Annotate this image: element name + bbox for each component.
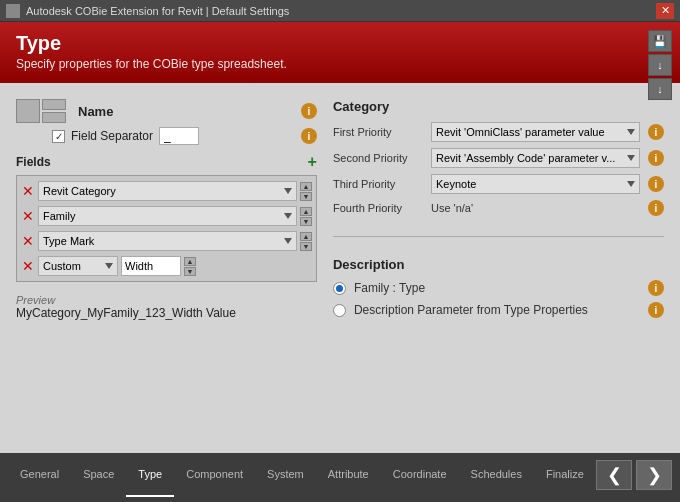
name-section: Name i ✓ Field Separator i: [16, 99, 317, 145]
field-down-button[interactable]: ▼: [300, 217, 312, 226]
name-icon-mid: [42, 99, 66, 110]
field-row: ✕ Family ▲ ▼: [21, 205, 312, 227]
preview-value: MyCategory_MyFamily_123_Width Value: [16, 306, 317, 320]
tab-bar: General Space Type Component System Attr…: [0, 453, 680, 497]
tab-general[interactable]: General: [8, 453, 71, 497]
field-up-button[interactable]: ▲: [300, 232, 312, 241]
field-separator-row: ✓ Field Separator i: [16, 127, 317, 145]
category-title: Category: [333, 99, 664, 114]
tab-type[interactable]: Type: [126, 453, 174, 497]
category-section: Category First Priority Revit 'OmniClass…: [333, 99, 664, 216]
tab-navigation: ❮ ❯: [596, 460, 672, 490]
desc-radio-2[interactable]: [333, 304, 346, 317]
header-icons: 💾 ↓ ↓: [648, 30, 672, 100]
title-bar: Autodesk COBie Extension for Revit | Def…: [0, 0, 680, 22]
add-field-button[interactable]: +: [308, 153, 317, 171]
fields-section: Fields + ✕ Revit Category ▲ ▼ ✕: [16, 153, 317, 282]
content-area: Name i ✓ Field Separator i Fields + ✕: [0, 83, 680, 453]
tab-coordinate[interactable]: Coordinate: [381, 453, 459, 497]
field-separator-input[interactable]: [159, 127, 199, 145]
tab-attribute[interactable]: Attribute: [316, 453, 381, 497]
custom-field-input[interactable]: [121, 256, 181, 276]
desc-radio-1[interactable]: [333, 282, 346, 295]
save-button[interactable]: 💾: [648, 30, 672, 52]
field-arrows-3: ▲ ▼: [300, 232, 312, 251]
field-separator-label: Field Separator: [71, 129, 153, 143]
main-header: Type Specify properties for the COBie ty…: [0, 22, 680, 83]
field-row: ✕ Type Mark ▲ ▼: [21, 230, 312, 252]
page-subtitle: Specify properties for the COBie type sp…: [16, 57, 664, 71]
priority-4-info-icon[interactable]: i: [648, 200, 664, 216]
desc-row-1: Family : Type i: [333, 280, 664, 296]
name-label: Name: [78, 104, 113, 119]
priority-row-3: Third Priority Keynote i: [333, 174, 664, 194]
field-select-3[interactable]: Type Mark: [38, 231, 297, 251]
priority-row-1: First Priority Revit 'OmniClass' paramet…: [333, 122, 664, 142]
tab-finalize[interactable]: Finalize: [534, 453, 596, 497]
field-select-custom[interactable]: Custom: [38, 256, 118, 276]
tab-component[interactable]: Component: [174, 453, 255, 497]
preview-section: Preview MyCategory_MyFamily_123_Width Va…: [16, 294, 317, 320]
priority-label-2: Second Priority: [333, 152, 423, 164]
field-select-2[interactable]: Family: [38, 206, 297, 226]
field-select-1[interactable]: Revit Category: [38, 181, 297, 201]
field-arrows-1: ▲ ▼: [300, 182, 312, 201]
delete-field-button[interactable]: ✕: [21, 183, 35, 199]
right-panel: Category First Priority Revit 'OmniClass…: [333, 99, 664, 437]
field-row-custom: ✕ Custom ▲ ▼: [21, 255, 312, 277]
close-button[interactable]: ✕: [656, 3, 674, 19]
sep-info-icon[interactable]: i: [301, 128, 317, 144]
desc-row-2: Description Parameter from Type Properti…: [333, 302, 664, 318]
field-down-button[interactable]: ▼: [300, 192, 312, 201]
title-bar-text: Autodesk COBie Extension for Revit | Def…: [26, 5, 289, 17]
field-up-button[interactable]: ▲: [300, 182, 312, 191]
tab-system[interactable]: System: [255, 453, 316, 497]
field-row: ✕ Revit Category ▲ ▼: [21, 180, 312, 202]
tab-schedules[interactable]: Schedules: [459, 453, 534, 497]
desc-label-1: Family : Type: [354, 281, 425, 295]
import-button[interactable]: ↓: [648, 78, 672, 100]
field-arrows-4: ▲ ▼: [184, 257, 196, 276]
name-icon-group: [16, 99, 66, 123]
page-title: Type: [16, 32, 664, 55]
field-separator-checkbox[interactable]: ✓: [52, 130, 65, 143]
export-button[interactable]: ↓: [648, 54, 672, 76]
name-header: Name i: [16, 99, 317, 123]
field-down-button[interactable]: ▼: [300, 242, 312, 251]
delete-field-button[interactable]: ✕: [21, 208, 35, 224]
priority-2-info-icon[interactable]: i: [648, 150, 664, 166]
first-priority-select[interactable]: Revit 'OmniClass' parameter value: [431, 122, 640, 142]
tab-space[interactable]: Space: [71, 453, 126, 497]
priority-row-2: Second Priority Revit 'Assembly Code' pa…: [333, 148, 664, 168]
left-panel: Name i ✓ Field Separator i Fields + ✕: [16, 99, 317, 437]
field-down-button[interactable]: ▼: [184, 267, 196, 276]
prev-button[interactable]: ❮: [596, 460, 632, 490]
fourth-priority-value: Use 'n/a': [431, 202, 473, 214]
fields-header: Fields +: [16, 153, 317, 171]
name-icon-bot: [42, 112, 66, 123]
fields-label: Fields: [16, 155, 51, 169]
priority-label-4: Fourth Priority: [333, 202, 423, 214]
second-priority-select[interactable]: Revit 'Assembly Code' parameter v...: [431, 148, 640, 168]
next-button[interactable]: ❯: [636, 460, 672, 490]
field-up-button[interactable]: ▲: [300, 207, 312, 216]
desc-label-2: Description Parameter from Type Properti…: [354, 303, 588, 317]
desc-2-info-icon[interactable]: i: [648, 302, 664, 318]
third-priority-select[interactable]: Keynote: [431, 174, 640, 194]
priority-3-info-icon[interactable]: i: [648, 176, 664, 192]
field-arrows-2: ▲ ▼: [300, 207, 312, 226]
priority-label-3: Third Priority: [333, 178, 423, 190]
preview-label: Preview: [16, 294, 317, 306]
description-title: Description: [333, 257, 664, 272]
desc-1-info-icon[interactable]: i: [648, 280, 664, 296]
name-icon-top: [16, 99, 40, 123]
app-icon: [6, 4, 20, 18]
delete-field-button[interactable]: ✕: [21, 258, 35, 274]
fields-box: ✕ Revit Category ▲ ▼ ✕ Family: [16, 175, 317, 282]
priority-row-4: Fourth Priority Use 'n/a' i: [333, 200, 664, 216]
priority-label-1: First Priority: [333, 126, 423, 138]
delete-field-button[interactable]: ✕: [21, 233, 35, 249]
priority-1-info-icon[interactable]: i: [648, 124, 664, 140]
name-info-icon[interactable]: i: [301, 103, 317, 119]
field-up-button[interactable]: ▲: [184, 257, 196, 266]
